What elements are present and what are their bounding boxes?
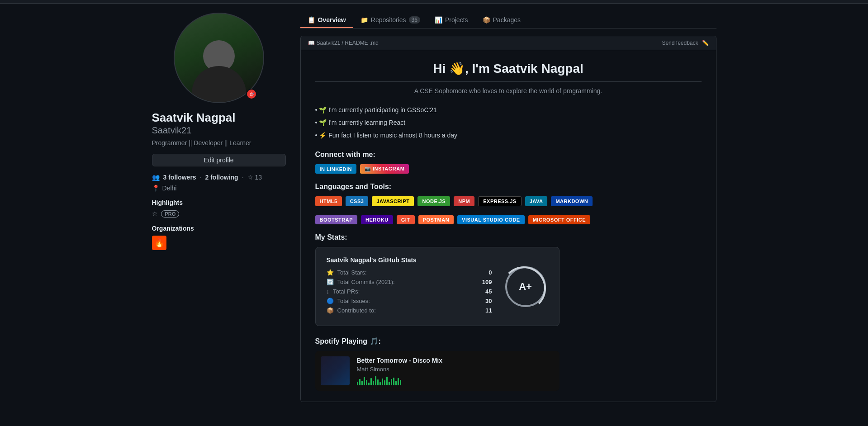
js-badge: JAVASCRIPT — [372, 196, 414, 206]
bar-18 — [395, 381, 397, 385]
bar-10 — [377, 379, 379, 385]
stat-contributed: 📦 Contributed to: 11 — [327, 307, 492, 314]
send-feedback-link[interactable]: Send feedback — [662, 40, 698, 46]
grade-value: A+ — [519, 281, 532, 293]
instagram-badge[interactable]: 📷 INSTAGRAM — [360, 164, 409, 174]
packages-icon: 📦 — [483, 16, 490, 24]
orgs-title: Organizations — [152, 225, 286, 232]
spotify-track: Better Tomorrow - Disco Mix — [357, 357, 554, 364]
readme-actions: Send feedback ✏️ — [662, 40, 708, 46]
readme-breadcrumb: 📖 Saatvik21 / README .md — [308, 40, 379, 46]
vscode-badge: VISUAL STUDIO CODE — [457, 215, 525, 224]
followers-row: 👥 3 followers · 2 following · ☆ 13 — [152, 174, 286, 181]
separator-dot: · — [200, 174, 202, 181]
location-text: Delhi — [162, 185, 177, 192]
edit-profile-button[interactable]: Edit profile — [152, 154, 286, 166]
stat-issues: 🔵 Total Issues: 30 — [327, 298, 492, 304]
markdown-badge: MARKDOWN — [551, 196, 593, 206]
bar-16 — [391, 379, 392, 385]
heroku-badge: HEROKU — [361, 215, 393, 224]
following-link[interactable]: 2 following — [205, 174, 238, 181]
social-badges: in LINKEDIN 📷 INSTAGRAM — [315, 164, 702, 174]
css-badge: CSS3 — [346, 196, 369, 206]
commits-label: Total Commits (2021): — [337, 279, 479, 285]
following-count: 2 following — [205, 174, 238, 181]
projects-icon: 📊 — [435, 16, 442, 24]
npm-badge: NPM — [454, 196, 474, 206]
bar-1 — [357, 382, 358, 385]
star-number: 13 — [255, 174, 262, 181]
location-row: 📍 Delhi — [152, 185, 286, 192]
spotify-visualizer — [357, 376, 554, 385]
profile-bio: Programmer || Developer || Learner — [152, 139, 286, 147]
highlights-title: Highlights — [152, 199, 286, 206]
bar-17 — [393, 378, 394, 385]
linkedin-badge[interactable]: in LINKEDIN — [315, 164, 357, 174]
org-icon[interactable]: 🔥 — [152, 236, 166, 250]
star-stat-icon: ⭐ — [327, 269, 334, 276]
bar-5 — [366, 380, 367, 385]
prs-stat-icon: ↕ — [327, 288, 330, 295]
pro-badge: PRO — [161, 210, 179, 218]
profile-tabs: 📋 Overview 📁 Repositories 36 📊 Projects … — [300, 13, 716, 28]
tab-packages-label: Packages — [493, 16, 521, 24]
star-icon: ☆ — [247, 174, 253, 181]
commits-value: 109 — [482, 279, 492, 285]
spotify-artist: Matt Simons — [357, 366, 554, 373]
tab-projects-label: Projects — [445, 16, 468, 24]
separator-dot-2: · — [242, 174, 244, 181]
issues-value: 30 — [485, 298, 492, 304]
bar-9 — [375, 376, 376, 385]
tab-repos-label: Repositories — [371, 16, 406, 24]
stars-label: Total Stars: — [337, 269, 485, 276]
star-count: ☆ 13 — [247, 174, 262, 181]
bootstrap-badge: BOOTSTRAP — [315, 215, 358, 224]
tab-packages[interactable]: 📦 Packages — [475, 13, 528, 28]
issues-label: Total Issues: — [337, 298, 482, 304]
stat-commits: 🔄 Total Commits (2021): 109 — [327, 279, 492, 285]
tab-overview[interactable]: 📋 Overview — [300, 13, 353, 28]
repos-count: 36 — [409, 16, 420, 24]
spotify-card: Better Tomorrow - Disco Mix Matt Simons — [315, 351, 560, 391]
msoffice-badge: MICROSOFT OFFICE — [528, 215, 590, 224]
bar-15 — [389, 382, 390, 385]
readme-card: 📖 Saatvik21 / README .md Send feedback ✏… — [300, 36, 716, 402]
location-icon: 📍 — [152, 185, 160, 192]
stats-card: Saatvik Nagpal's GitHub Stats ⭐ Total St… — [315, 247, 560, 326]
tab-repositories[interactable]: 📁 Repositories 36 — [353, 13, 427, 28]
highlights-content: ☆ PRO — [152, 210, 286, 218]
readme-title: Hi 👋, I'm Saatvik Nagpal — [315, 61, 702, 76]
bar-3 — [361, 381, 363, 385]
readme-path: Saatvik21 / README .md — [317, 40, 379, 46]
prs-value: 45 — [485, 288, 492, 295]
stat-stars: ⭐ Total Stars: 0 — [327, 269, 492, 276]
main-content: 📋 Overview 📁 Repositories 36 📊 Projects … — [300, 13, 716, 402]
java-badge: JAVA — [525, 196, 548, 206]
stats-section-title: My Stats: — [315, 233, 702, 241]
bar-11 — [379, 382, 381, 385]
readme-bullets: 🌱 I'm currently participating in GSSoC'2… — [315, 104, 702, 142]
readme-divider — [315, 81, 702, 82]
grade-circle: A+ — [505, 266, 546, 307]
nodejs-badge: NODE.JS — [417, 196, 450, 206]
bar-4 — [364, 377, 365, 385]
connect-title: Connect with me: — [315, 151, 702, 159]
avatar-container: 🎯 — [174, 13, 264, 103]
profile-sidebar: 🎯 Saatvik Nagpal Saatvik21 Programmer ||… — [152, 13, 286, 402]
tool-badges-row1: HTML5 CSS3 JAVASCRIPT NODE.JS NPM EXPRES… — [315, 196, 702, 206]
tab-projects[interactable]: 📊 Projects — [427, 13, 475, 28]
profile-name: Saatvik Nagpal — [152, 110, 286, 125]
bar-20 — [400, 380, 401, 385]
readme-body: Hi 👋, I'm Saatvik Nagpal A CSE Sophomore… — [301, 50, 716, 402]
edit-icon[interactable]: ✏️ — [702, 40, 709, 46]
spotify-thumbnail — [321, 356, 350, 385]
contributed-stat-icon: 📦 — [327, 307, 334, 314]
bar-12 — [382, 379, 383, 385]
bar-14 — [386, 377, 388, 385]
express-badge: EXPRESS.JS — [478, 196, 521, 206]
contributed-value: 11 — [485, 307, 492, 314]
stats-card-title: Saatvik Nagpal's GitHub Stats — [327, 256, 492, 264]
postman-badge: POSTMAN — [418, 215, 454, 224]
followers-link[interactable]: 3 followers — [163, 174, 196, 181]
tab-overview-label: Overview — [318, 16, 346, 24]
